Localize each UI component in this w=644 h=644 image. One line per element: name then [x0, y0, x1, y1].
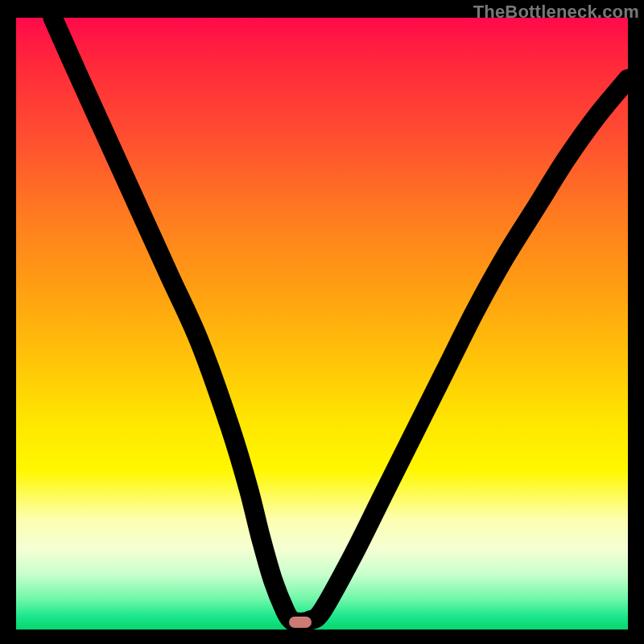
chart-frame: TheBottleneck.com — [0, 0, 644, 644]
bottleneck-curve — [53, 18, 628, 622]
minimum-marker — [289, 617, 312, 628]
curve-svg — [16, 18, 628, 630]
watermark-text: TheBottleneck.com — [473, 2, 639, 23]
plot-area — [16, 18, 628, 630]
